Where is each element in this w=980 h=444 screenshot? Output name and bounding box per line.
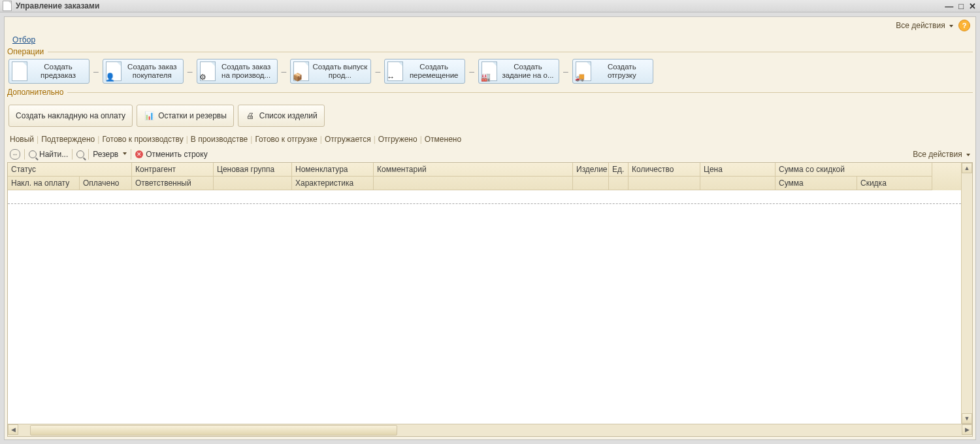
- collapse-icon[interactable]: ↔: [10, 149, 20, 160]
- col-empty: [374, 177, 573, 190]
- document-icon: 📦: [293, 61, 309, 81]
- separator: –: [468, 66, 476, 77]
- status-shipping[interactable]: Отгружается: [325, 135, 371, 144]
- table-row[interactable]: [8, 190, 961, 204]
- create-transfer-label: Создать перемещение: [406, 63, 462, 80]
- horizontal-scrollbar[interactable]: ◀ ▶: [8, 424, 972, 436]
- col-characteristic[interactable]: Характеристика: [292, 177, 374, 190]
- maximize-button[interactable]: □: [958, 1, 964, 11]
- help-icon[interactable]: ?: [958, 20, 970, 31]
- status-shipped[interactable]: Отгружено: [378, 135, 417, 144]
- separator: [24, 149, 25, 160]
- app-window: Управление заказами — □ ✕ Все действия ?…: [0, 0, 980, 444]
- table-body[interactable]: [8, 190, 961, 424]
- window-title: Управление заказами: [16, 1, 99, 10]
- scroll-right-icon[interactable]: ▶: [962, 424, 972, 435]
- col-unit[interactable]: Ед.: [609, 163, 629, 177]
- products-list-button[interactable]: 🖨 Список изделий: [238, 105, 325, 127]
- separator: |: [250, 135, 252, 144]
- status-cancelled[interactable]: Отменено: [425, 135, 461, 144]
- create-release-button[interactable]: 📦 Создать выпуск прод...: [290, 59, 371, 84]
- chevron-down-icon: [123, 152, 127, 155]
- create-buyer-order-label: Создать заказ покупателя: [124, 63, 180, 80]
- create-task-button[interactable]: 🏭 Создать задание на о...: [478, 59, 559, 84]
- separator: –: [562, 66, 570, 77]
- col-price[interactable]: Цена: [700, 163, 776, 177]
- vertical-scrollbar[interactable]: ▲ ▼: [961, 163, 972, 424]
- stock-reserves-label: Остатки и резервы: [158, 111, 227, 120]
- status-filter-row: Новый | Подтверждено | Готово к производ…: [5, 131, 975, 146]
- col-status[interactable]: Статус: [8, 163, 132, 177]
- additional-title-label: Дополнительно: [7, 88, 63, 97]
- window-controls: — □ ✕: [945, 1, 976, 11]
- separator: [131, 149, 131, 160]
- col-paid[interactable]: Оплачено: [80, 177, 132, 190]
- create-preorder-button[interactable]: Создать предзаказ: [8, 59, 90, 84]
- status-ready-ship[interactable]: Готово к отгрузке: [255, 135, 317, 144]
- close-button[interactable]: ✕: [969, 1, 976, 11]
- all-actions-toolbar[interactable]: Все действия: [913, 150, 970, 159]
- separator: |: [320, 135, 322, 144]
- stock-reserves-button[interactable]: 📊 Остатки и резервы: [137, 105, 234, 127]
- create-task-label: Создать задание на о...: [500, 63, 556, 80]
- reserve-dropdown[interactable]: Резерв: [93, 150, 127, 159]
- separator: |: [420, 135, 422, 144]
- scroll-track[interactable]: [18, 424, 962, 436]
- create-shipment-button[interactable]: 🚚 Создать отгрузку: [572, 59, 653, 84]
- all-actions-top[interactable]: Все действия: [896, 21, 953, 30]
- products-list-label: Список изделий: [259, 111, 318, 120]
- col-price-group[interactable]: Ценовая группа: [214, 163, 292, 177]
- scroll-track[interactable]: [962, 173, 972, 413]
- scroll-thumb[interactable]: [30, 425, 397, 435]
- status-confirmed[interactable]: Подтверждено: [41, 135, 95, 144]
- status-new[interactable]: Новый: [10, 135, 34, 144]
- status-in-prod[interactable]: В производстве: [191, 135, 248, 144]
- separator: –: [92, 66, 100, 77]
- create-production-order-button[interactable]: ⚙ Создать заказ на производ...: [197, 59, 278, 84]
- col-invoice[interactable]: Накл. на оплату: [8, 177, 80, 190]
- all-actions-toolbar-label: Все действия: [913, 150, 962, 159]
- additional-buttons: Создать накладную на оплату 📊 Остатки и …: [7, 98, 973, 128]
- operations-title-label: Операции: [7, 47, 44, 56]
- table-header: Статус Контрагент Ценовая группа Номенкл…: [8, 163, 961, 190]
- col-sum[interactable]: Сумма: [776, 177, 857, 190]
- create-invoice-button[interactable]: Создать накладную на оплату: [8, 105, 133, 127]
- col-sum-discount[interactable]: Сумма со скидкой: [776, 163, 932, 177]
- separator: |: [37, 135, 39, 144]
- data-table: Статус Контрагент Ценовая группа Номенкл…: [7, 162, 973, 437]
- create-buyer-order-button[interactable]: 👤 Создать заказ покупателя: [103, 59, 184, 84]
- chevron-down-icon: [966, 154, 970, 156]
- scroll-down-icon[interactable]: ▼: [962, 413, 972, 424]
- col-nomenclature[interactable]: Номенклатура: [292, 163, 374, 177]
- col-qty[interactable]: Количество: [629, 163, 700, 177]
- cancel-icon: ✕: [135, 150, 143, 158]
- document-icon: 🚚: [576, 61, 591, 81]
- filter-section: Отбор: [5, 34, 975, 47]
- clear-search-button[interactable]: [76, 150, 84, 158]
- cancel-row-button[interactable]: ✕ Отменить строку: [135, 150, 207, 159]
- create-preorder-label: Создать предзаказ: [30, 63, 86, 80]
- minimize-button[interactable]: —: [945, 1, 953, 11]
- col-discount[interactable]: Скидка: [857, 177, 932, 190]
- separator: –: [374, 66, 382, 77]
- operations-group: Операции Создать предзаказ – 👤 Создать з…: [7, 47, 973, 85]
- col-product[interactable]: Изделие: [573, 163, 609, 177]
- find-button[interactable]: Найти...: [29, 150, 68, 159]
- document-icon: [3, 1, 12, 11]
- separator: |: [97, 135, 99, 144]
- col-empty: [629, 177, 700, 190]
- additional-group: Дополнительно Создать накладную на оплат…: [7, 88, 973, 128]
- all-actions-top-label: Все действия: [896, 21, 945, 30]
- table-toolbar: ↔ Найти... Резерв ✕ Отменить строку: [5, 146, 975, 162]
- separator: –: [280, 66, 288, 77]
- filter-link[interactable]: Отбор: [12, 35, 35, 44]
- create-transfer-button[interactable]: ↔ Создать перемещение: [384, 59, 465, 84]
- top-actions-bar: Все действия ?: [5, 17, 975, 34]
- col-counterparty[interactable]: Контрагент: [132, 163, 214, 177]
- create-release-label: Создать выпуск прод...: [312, 63, 368, 80]
- scroll-left-icon[interactable]: ◀: [8, 424, 18, 435]
- col-comment[interactable]: Комментарий: [374, 163, 573, 177]
- status-ready-prod[interactable]: Готово к производству: [102, 135, 183, 144]
- col-responsible[interactable]: Ответственный: [132, 177, 214, 190]
- scroll-up-icon[interactable]: ▲: [962, 163, 972, 173]
